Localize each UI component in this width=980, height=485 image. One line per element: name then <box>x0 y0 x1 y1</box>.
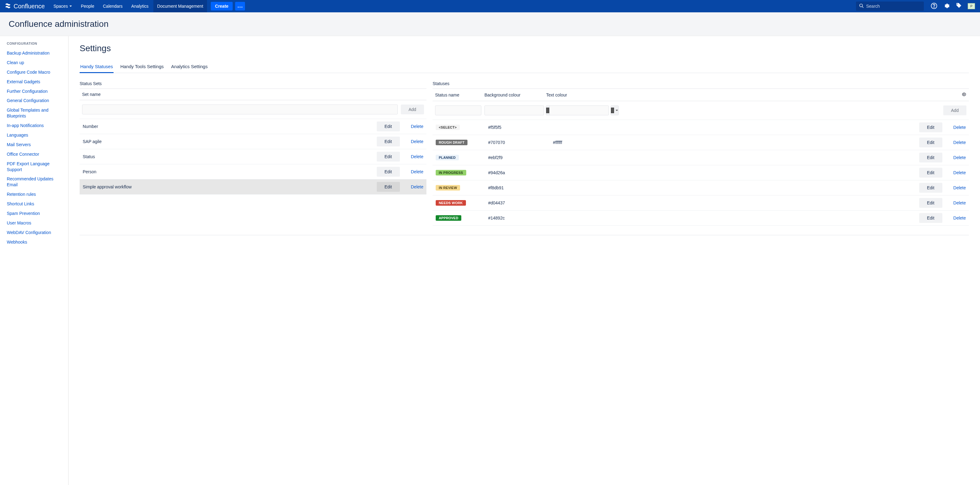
svg-point-6 <box>934 7 934 7</box>
edit-status-button[interactable]: Edit <box>919 183 942 193</box>
nav-calendars[interactable]: Calendars <box>99 0 126 12</box>
bg-colour-value: #14892c <box>488 216 550 220</box>
brand-text: Confluence <box>14 3 45 10</box>
add-status-button[interactable]: Add <box>943 105 966 115</box>
nav-people[interactable]: People <box>77 0 98 12</box>
delete-status-link[interactable]: Delete <box>953 200 966 205</box>
avatar[interactable]: P <box>968 3 975 9</box>
sidebar-item[interactable]: Further Configuration <box>7 87 65 96</box>
delete-status-link[interactable]: Delete <box>953 140 966 145</box>
sidebar-item[interactable]: In-app Notifications <box>7 121 65 130</box>
delete-set-link[interactable]: Delete <box>411 139 423 144</box>
edit-status-button[interactable]: Edit <box>919 168 942 178</box>
bg-colour-value: #f5f5f5 <box>488 125 550 130</box>
text-colour-input[interactable] <box>549 105 609 115</box>
search-box[interactable] <box>856 2 924 11</box>
delete-status-link[interactable]: Delete <box>953 125 966 130</box>
help-icon[interactable] <box>931 2 937 10</box>
sidebar-item[interactable]: General Configuration <box>7 96 65 105</box>
nav-document-management[interactable]: Document Management <box>153 0 207 12</box>
text-colour-value: #ffffff <box>553 140 599 145</box>
edit-status-button[interactable]: Edit <box>919 153 942 162</box>
status-lozenge: <SELECT> <box>436 125 460 130</box>
brand[interactable]: Confluence <box>5 2 45 10</box>
delete-status-link[interactable]: Delete <box>953 185 966 190</box>
status-row: APPROVED#14892cEditDelete <box>433 211 969 226</box>
delete-status-link[interactable]: Delete <box>953 170 966 175</box>
col-bg-colour: Background colour <box>484 92 546 97</box>
statuses-title: Statuses <box>433 79 969 89</box>
sidebar-item[interactable]: Retention rules <box>7 190 65 199</box>
bg-colour-value: #707070 <box>488 140 550 145</box>
search-icon <box>859 3 864 9</box>
delete-status-link[interactable]: Delete <box>953 216 966 220</box>
svg-point-2 <box>242 6 243 7</box>
sidebar-item[interactable]: Backup Administration <box>7 48 65 58</box>
status-lozenge: APPROVED <box>436 215 461 221</box>
set-row[interactable]: StatusEditDelete <box>80 149 426 164</box>
sidebar-item[interactable]: Office Connector <box>7 149 65 159</box>
page-header: Confluence administration <box>0 12 980 36</box>
delete-set-link[interactable]: Delete <box>411 124 423 129</box>
edit-set-button[interactable]: Edit <box>377 167 400 177</box>
sidebar-item[interactable]: WebDAV Configuration <box>7 228 65 238</box>
set-row[interactable]: Simple approval workflowEditDelete <box>80 179 426 195</box>
sidebar-item[interactable]: Configure Code Macro <box>7 68 65 77</box>
edit-set-button[interactable]: Edit <box>377 152 400 162</box>
svg-point-1 <box>240 6 241 7</box>
svg-point-7 <box>963 94 964 95</box>
col-status-name: Status name <box>435 92 484 97</box>
sidebar-item[interactable]: Webhooks <box>7 238 65 247</box>
delete-set-link[interactable]: Delete <box>411 169 423 174</box>
edit-set-button[interactable]: Edit <box>377 182 400 192</box>
nav-analytics[interactable]: Analytics <box>127 0 152 12</box>
sidebar-item[interactable]: Clean up <box>7 58 65 68</box>
gear-icon[interactable] <box>961 92 966 98</box>
ellipsis-icon <box>238 4 243 9</box>
gear-icon[interactable] <box>943 2 950 10</box>
edit-status-button[interactable]: Edit <box>919 213 942 223</box>
tab[interactable]: Handy Tools Settings <box>120 61 164 73</box>
set-name: Status <box>83 154 374 159</box>
tab[interactable]: Handy Statuses <box>80 61 113 73</box>
sidebar-item[interactable]: External Gadgets <box>7 77 65 87</box>
svg-line-4 <box>862 6 863 8</box>
status-name-input[interactable] <box>435 105 481 115</box>
edit-status-button[interactable]: Edit <box>919 198 942 208</box>
edit-status-button[interactable]: Edit <box>919 138 942 147</box>
sidebar-item[interactable]: Shortcut Links <box>7 199 65 209</box>
set-name: Number <box>83 124 374 129</box>
status-row: NEEDS WORK#d04437EditDelete <box>433 195 969 211</box>
tab[interactable]: Analytics Settings <box>171 61 208 73</box>
sidebar-item[interactable]: Languages <box>7 130 65 140</box>
tag-icon[interactable] <box>955 2 962 10</box>
delete-set-link[interactable]: Delete <box>411 184 423 189</box>
nav-spaces[interactable]: Spaces <box>50 0 76 12</box>
delete-status-link[interactable]: Delete <box>953 155 966 160</box>
col-set-name: Set name <box>82 92 424 97</box>
set-row[interactable]: PersonEditDelete <box>80 164 426 179</box>
page-title: Confluence administration <box>9 19 971 29</box>
text-colour-picker[interactable] <box>611 105 619 115</box>
set-name-input[interactable] <box>82 105 398 114</box>
set-name: SAP agile <box>83 139 374 144</box>
search-input[interactable] <box>866 4 921 9</box>
sidebar-item[interactable]: Global Templates and Blueprints <box>7 105 65 121</box>
sidebar-item[interactable]: User Macros <box>7 218 65 228</box>
edit-status-button[interactable]: Edit <box>919 122 942 132</box>
set-row[interactable]: SAP agileEditDelete <box>80 134 426 149</box>
delete-set-link[interactable]: Delete <box>411 154 423 159</box>
create-button[interactable]: Create <box>211 2 233 11</box>
edit-set-button[interactable]: Edit <box>377 122 400 132</box>
sidebar-item[interactable]: Mail Servers <box>7 140 65 149</box>
sidebar-item[interactable]: Spam Prevention <box>7 209 65 218</box>
set-row[interactable]: NumberEditDelete <box>80 119 426 134</box>
edit-set-button[interactable]: Edit <box>377 136 400 146</box>
sidebar-item[interactable]: Recommended Updates Email <box>7 174 65 190</box>
add-set-button[interactable]: Add <box>401 105 424 114</box>
bg-colour-input[interactable] <box>484 105 544 115</box>
svg-point-3 <box>860 4 862 7</box>
sidebar-item[interactable]: PDF Export Language Support <box>7 159 65 174</box>
more-button[interactable] <box>235 2 245 11</box>
status-row: ROUGH DRAFT#707070#ffffffEditDelete <box>433 135 969 150</box>
